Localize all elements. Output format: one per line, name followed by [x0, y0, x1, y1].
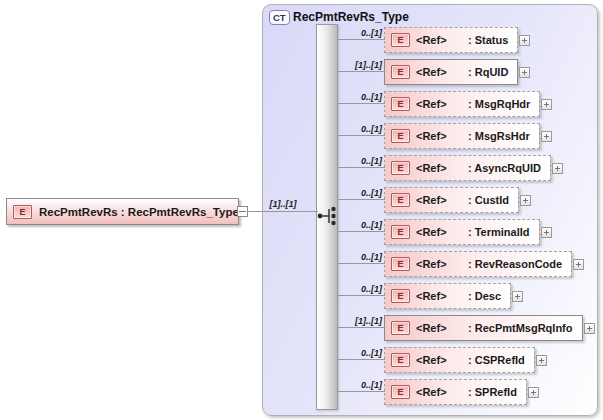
element-ref-label: <Ref>	[416, 194, 462, 206]
expand-icon[interactable]	[520, 195, 531, 206]
element-box[interactable]: E <Ref> : CustId	[384, 187, 519, 213]
element-box[interactable]: E <Ref> : CSPRefId	[384, 347, 535, 373]
expand-icon[interactable]	[519, 67, 530, 78]
child-element-row: 0..[1] E <Ref> : Status	[338, 27, 530, 53]
child-element-row: 0..[1] E <Ref> : Desc	[338, 283, 523, 309]
connector: 0..[1]	[338, 219, 384, 245]
element-name: : SPRefId	[468, 386, 517, 398]
expand-icon[interactable]	[528, 387, 539, 398]
root-cardinality-label: [1]..[1]	[254, 199, 312, 209]
complex-type-title: RecPmtRevRs_Type	[293, 10, 409, 24]
element-ref-label: <Ref>	[416, 34, 462, 46]
cardinality-label: 0..[1]	[361, 252, 382, 262]
connector: 0..[1]	[338, 27, 384, 53]
cardinality-label: 0..[1]	[361, 124, 382, 134]
xsd-diagram-canvas: E RecPmtRevRs : RecPmtRevRs_Type [1]..[1…	[0, 0, 603, 420]
connector-line	[338, 135, 385, 136]
root-element-box[interactable]: E RecPmtRevRs : RecPmtRevRs_Type	[6, 198, 239, 225]
child-element-row: 0..[1] E <Ref> : RevReasonCode	[338, 251, 584, 277]
element-icon: E	[391, 353, 410, 367]
element-box[interactable]: E <Ref> : TerminalId	[384, 219, 540, 245]
root-connector-line	[248, 211, 318, 212]
element-name: : RevReasonCode	[468, 258, 562, 270]
child-element-row: [1]..[1] E <Ref> : RqUID	[338, 59, 530, 85]
child-element-row: 0..[1] E <Ref> : CSPRefId	[338, 347, 547, 373]
expand-icon[interactable]	[541, 227, 552, 238]
connector-line	[338, 295, 385, 296]
element-box[interactable]: E <Ref> : RqUID	[384, 59, 518, 85]
connector-line	[338, 263, 385, 264]
element-name: : RecPmtMsgRqInfo	[468, 322, 573, 334]
cardinality-label: 0..[1]	[361, 380, 382, 390]
cardinality-label: 0..[1]	[361, 284, 382, 294]
connector: 0..[1]	[338, 187, 384, 213]
connector-line	[338, 71, 385, 72]
collapse-handle-icon[interactable]	[237, 206, 248, 217]
element-icon: E	[391, 289, 410, 303]
cardinality-label: [1]..[1]	[355, 60, 382, 70]
element-name: : AsyncRqUID	[468, 162, 541, 174]
connector: 0..[1]	[338, 347, 384, 373]
element-ref-label: <Ref>	[416, 98, 462, 110]
connector: 0..[1]	[338, 91, 384, 117]
connector-line	[338, 359, 385, 360]
element-icon: E	[391, 33, 410, 47]
element-icon: E	[391, 321, 410, 335]
element-name: : CSPRefId	[468, 354, 525, 366]
expand-icon[interactable]	[552, 163, 563, 174]
element-box[interactable]: E <Ref> : RecPmtMsgRqInfo	[384, 315, 583, 341]
connector-line	[338, 231, 385, 232]
element-box[interactable]: E <Ref> : Desc	[384, 283, 511, 309]
element-icon: E	[391, 385, 410, 399]
cardinality-label: 0..[1]	[361, 28, 382, 38]
element-icon: E	[391, 225, 410, 239]
child-element-row: [1]..[1] E <Ref> : RecPmtMsgRqInfo	[338, 315, 595, 341]
element-icon: E	[391, 161, 410, 175]
element-name: : CustId	[468, 194, 509, 206]
cardinality-label: 0..[1]	[361, 348, 382, 358]
element-ref-label: <Ref>	[416, 354, 462, 366]
expand-icon[interactable]	[541, 99, 552, 110]
child-element-row: 0..[1] E <Ref> : CustId	[338, 187, 531, 213]
cardinality-label: 0..[1]	[361, 188, 382, 198]
element-name: : MsgRqHdr	[468, 98, 530, 110]
element-name: : RqUID	[468, 66, 508, 78]
element-box[interactable]: E <Ref> : AsyncRqUID	[384, 155, 551, 181]
complex-type-badge: CT	[269, 10, 290, 25]
child-element-row: 0..[1] E <Ref> : MsgRqHdr	[338, 91, 552, 117]
expand-icon[interactable]	[584, 323, 595, 334]
child-element-row: 0..[1] E <Ref> : TerminalId	[338, 219, 552, 245]
sequence-icon	[313, 204, 341, 228]
element-box[interactable]: E <Ref> : SPRefId	[384, 379, 527, 405]
connector: 0..[1]	[338, 379, 384, 405]
cardinality-label: 0..[1]	[361, 220, 382, 230]
element-ref-label: <Ref>	[416, 66, 462, 78]
element-box[interactable]: E <Ref> : MsgRsHdr	[384, 123, 540, 149]
connector-line	[338, 39, 385, 40]
element-ref-label: <Ref>	[416, 386, 462, 398]
element-name: : Desc	[468, 290, 501, 302]
element-icon: E	[391, 257, 410, 271]
element-box[interactable]: E <Ref> : RevReasonCode	[384, 251, 572, 277]
element-ref-label: <Ref>	[416, 290, 462, 302]
expand-icon[interactable]	[512, 291, 523, 302]
expand-icon[interactable]	[573, 259, 584, 270]
element-box[interactable]: E <Ref> : MsgRqHdr	[384, 91, 540, 117]
connector: [1]..[1]	[338, 315, 384, 341]
element-ref-label: <Ref>	[416, 162, 462, 174]
element-name: : MsgRsHdr	[468, 130, 530, 142]
connector-line	[338, 167, 385, 168]
connector: [1]..[1]	[338, 59, 384, 85]
root-element-label: RecPmtRevRs : RecPmtRevRs_Type	[39, 206, 239, 218]
child-element-row: 0..[1] E <Ref> : SPRefId	[338, 379, 539, 405]
element-name: : Status	[468, 34, 508, 46]
element-icon: E	[13, 205, 32, 219]
connector: 0..[1]	[338, 123, 384, 149]
child-element-row: 0..[1] E <Ref> : MsgRsHdr	[338, 123, 552, 149]
element-icon: E	[391, 193, 410, 207]
expand-icon[interactable]	[519, 35, 530, 46]
expand-icon[interactable]	[536, 355, 547, 366]
element-icon: E	[391, 65, 410, 79]
expand-icon[interactable]	[541, 131, 552, 142]
element-box[interactable]: E <Ref> : Status	[384, 27, 518, 53]
